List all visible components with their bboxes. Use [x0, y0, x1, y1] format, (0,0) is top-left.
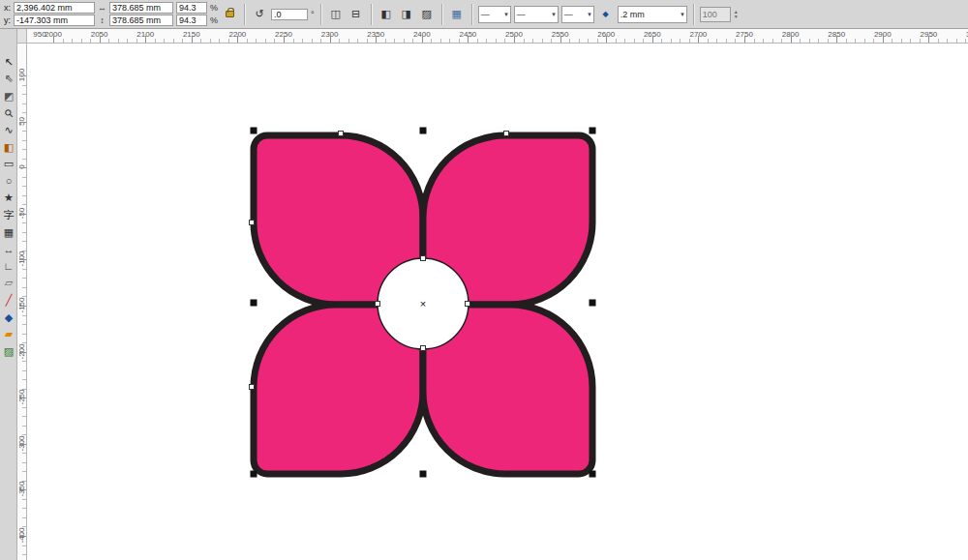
ruler-tick — [330, 36, 331, 43]
freehand-tool[interactable]: ∿ — [1, 122, 16, 137]
ruler-tick — [284, 36, 285, 43]
ruler-tick — [883, 36, 884, 43]
selection-handle[interactable] — [590, 471, 596, 478]
selection-handle[interactable] — [420, 471, 427, 478]
separator — [371, 4, 372, 25]
ruler-tick — [791, 36, 792, 43]
ruler-tick — [468, 36, 469, 43]
degree-label: ° — [311, 9, 315, 20]
curve-node[interactable] — [466, 302, 470, 307]
shape-tool[interactable]: ⇖ — [1, 72, 16, 87]
smart-fill-tool[interactable]: ◧ — [1, 139, 16, 155]
mirror-vertical-icon: ⊟ — [351, 8, 360, 20]
text-tool[interactable]: 字 — [1, 207, 16, 222]
dimension-tool[interactable]: ↔ — [1, 242, 16, 257]
ruler-tick — [19, 259, 26, 260]
line-style-select[interactable]: — ▾ — [514, 6, 559, 23]
curve-node[interactable] — [504, 132, 509, 136]
ruler-tick — [145, 36, 146, 43]
misc-value-input[interactable] — [700, 7, 731, 22]
drawing-canvas[interactable]: × — [27, 44, 968, 560]
fill-tool[interactable]: ▰ — [1, 327, 16, 342]
start-arrowhead-select[interactable]: — ▾ — [478, 6, 511, 23]
trim-button[interactable]: ▨ — [418, 4, 436, 25]
outline-pen-icon: ◆ — [603, 10, 609, 18]
ellipse-tool[interactable]: ○ — [1, 173, 16, 189]
selection-handle[interactable] — [251, 300, 257, 307]
selection-handle[interactable] — [251, 471, 257, 478]
lock-ratio-button[interactable] — [221, 4, 238, 25]
object-height-input[interactable] — [109, 15, 173, 26]
ruler-tick — [606, 36, 607, 43]
chevron-down-icon: ▾ — [504, 11, 508, 18]
horizontal-ruler[interactable]: 9502000205021002150220022502300235024002… — [27, 29, 968, 44]
mirror-horizontal-icon: ◫ — [330, 8, 340, 20]
ruler-tick — [19, 444, 26, 445]
outline-pen-tool[interactable]: ◆ — [1, 309, 16, 325]
curve-node[interactable] — [421, 256, 426, 261]
curve-node[interactable] — [250, 221, 255, 225]
misc-value-spinner[interactable]: ▲ ▼ — [734, 10, 739, 19]
curve-node[interactable] — [376, 302, 380, 307]
zoom-tool[interactable]: ⚲ — [0, 102, 19, 124]
scale-y-input[interactable] — [176, 15, 207, 26]
object-width-icon: ↔ — [98, 2, 106, 14]
pick-tool[interactable]: ↖ — [1, 54, 16, 70]
text-wrap-button[interactable]: ▦ — [448, 4, 466, 25]
separator — [693, 4, 694, 25]
table-tool[interactable]: ▦ — [1, 224, 16, 240]
outline-width-select[interactable]: .2 mm ▾ — [618, 6, 687, 23]
curve-node[interactable] — [250, 385, 255, 390]
ruler-tick — [376, 36, 377, 43]
ruler-tick — [560, 36, 561, 43]
ruler-tick — [100, 36, 101, 43]
y-label: y: — [4, 15, 11, 26]
ruler-tick — [652, 36, 653, 43]
curve-node[interactable] — [339, 132, 344, 136]
x-position-input[interactable] — [14, 2, 95, 14]
ruler-tick — [19, 352, 26, 353]
ruler-tick — [928, 36, 929, 43]
ruler-origin-corner[interactable] — [17, 29, 27, 44]
ruler-tick — [19, 122, 26, 123]
x-label: x: — [4, 2, 11, 14]
shadow-tool[interactable]: ▱ — [1, 276, 16, 291]
combine-button[interactable]: ◧ — [378, 4, 395, 25]
interactive-fill-tool[interactable]: ▨ — [1, 343, 16, 359]
eyedropper-tool[interactable]: ╱ — [1, 292, 16, 308]
rectangle-tool[interactable]: ▭ — [1, 157, 16, 172]
chevron-down-icon: ▾ — [552, 11, 556, 18]
rotation-angle-input[interactable] — [271, 9, 308, 20]
selection-handle[interactable] — [590, 128, 596, 134]
toolbox: ↖⇖◩⚲∿◧▭○★字▦↔∟▱╱◆▰▨ — [0, 29, 17, 560]
ruler-tick — [422, 36, 423, 43]
curve-node[interactable] — [421, 346, 426, 351]
scale-x-input[interactable] — [176, 2, 207, 14]
combine-icon: ◧ — [380, 8, 390, 20]
mirror-vertical-button[interactable]: ⊟ — [348, 4, 365, 25]
scale-y-percent-label: % — [210, 15, 218, 26]
ruler-tick — [514, 36, 515, 43]
end-arrowhead-select[interactable]: — ▾ — [561, 6, 594, 23]
selection-handle[interactable] — [420, 128, 427, 134]
vertical-ruler[interactable]: 100500-50-100-150-200-250-300-350-400 — [17, 44, 27, 560]
selection-handle[interactable] — [590, 300, 596, 307]
ruler-tick — [19, 489, 26, 490]
weld-button[interactable]: ◨ — [398, 4, 415, 25]
object-center-marker: × — [420, 298, 426, 309]
outline-width-value: .2 mm — [620, 10, 645, 19]
outline-pen-dialog-button[interactable]: ◆ — [597, 4, 615, 25]
selection-handle[interactable] — [251, 128, 257, 134]
ruler-tick — [19, 167, 26, 168]
ruler-tick — [19, 306, 26, 307]
ruler-tick — [698, 36, 699, 43]
polygon-tool[interactable]: ★ — [1, 191, 16, 206]
object-width-input[interactable] — [109, 2, 173, 14]
mirror-horizontal-button[interactable]: ◫ — [327, 4, 345, 25]
y-position-input[interactable] — [14, 15, 95, 26]
object-height-icon: ↕ — [98, 15, 106, 26]
crop-tool[interactable]: ◩ — [1, 88, 16, 103]
connector-tool[interactable]: ∟ — [1, 258, 16, 274]
ruler-tick — [744, 36, 745, 43]
ruler-tick — [19, 536, 26, 537]
